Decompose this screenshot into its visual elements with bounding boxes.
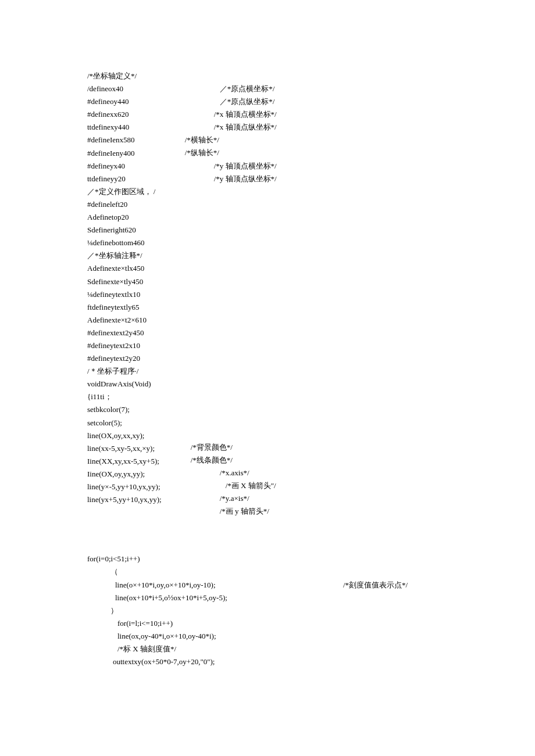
comment-line: /*y 轴顶点横坐标*/ [185,160,454,173]
comment-line: ／*原点横坐标*/ [185,83,454,95]
code-line: #defineIeny400 [87,147,162,160]
left-code-column: /*坐标轴定义*/ /defineox40 #defineoy440 #defi… [87,70,162,518]
code-line: for(i=0;i<51;i++) [87,553,454,565]
code-line: #definextext2y450 [87,327,162,339]
comment-line: /*画 y 轴箭头*/ [185,505,454,518]
code-line: #definexx620 [87,108,162,121]
bottom-code-block: for(i=0;i<51;i++) （ line(o×+10*i,oy,o×+1… [87,553,454,668]
code-line: Adefinexte×t2×610 [87,314,162,327]
code-line: ／*坐标轴注释*/ [87,249,162,262]
code-line: #defineIenx580 [87,134,162,146]
code-line: Adefinetop20 [87,211,162,224]
code-line: ⅛defineytextlx10 [87,288,162,301]
code-line: （ [87,565,454,578]
comment-line: /*刻度值值表示点*/ [343,579,408,592]
code-line: voidDrawAxis(Void) [87,378,162,390]
code-line: ） [87,604,454,617]
right-comment-column: ／*原点横坐标*/ ／*原点纵坐标*/ /*x 轴顶点横坐标*/ /*x 轴顶点… [185,70,454,518]
comment-line: /*背景颜色*/ [185,441,454,454]
code-line: #defineoy440 [87,95,162,108]
code-line: ttdefinexy440 [87,121,162,134]
code-line: line(ox+10*i+5,o½ox+10*i+5,oy-5); [87,592,454,604]
code-line: line(yx+5,yy+10,yx,yy); [87,493,162,506]
code-line: /＊坐标子程序·/ [87,365,162,378]
comment-line: /*x.axis*/ [185,467,454,479]
code-line: ／*定义作图区域， / [87,185,162,198]
code-line: for(i=l;i<=10;i++) [87,617,454,630]
code-line: /*标 X 轴刻度值*/ [87,643,454,655]
code-line: line(o×+10*i,oy,o×+10*i,oy-10); [87,579,216,592]
code-line: /*坐标轴定义*/ [87,70,162,83]
code-line: line(xx-5,xy-5,xx,×y); [87,442,162,455]
code-line: outtextxy(ox+50*0-7,oy+20,"0"); [87,655,454,668]
document-page: /*坐标轴定义*/ /defineox40 #defineoy440 #defi… [0,0,535,668]
code-line: line(ox,oy-40*i,o×+10,oy-40*i); [87,630,454,643]
comment-line: /*x 轴顶点纵坐标*/ [185,121,454,134]
comment-line: /*画 X 轴箭头″/ [185,479,454,492]
code-line: #defineleft20 [87,198,162,211]
comment-line: ／*原点纵坐标*/ [185,95,454,108]
code-line: setcolor(5); [87,417,162,429]
code-line: Sdefinexte×tly450 [87,275,162,288]
code-line: Sdefineright620 [87,224,162,237]
comment-line: /*横轴长*/ [185,134,454,146]
code-line: line(y×-5,yy+10,yx,yy); [87,481,162,493]
code-line: /defineox40 [87,83,162,95]
comment-line: /*x 轴顶点横坐标*/ [185,108,454,121]
code-line: Iine(XX,xy,xx-5,xy+5); [87,455,162,468]
code-line: line(OX,oy,xx,xy); [87,429,162,442]
code-line: ⅛definebottom460 [87,237,162,249]
code-line: {i11ti； [87,390,162,403]
code-line: ftdefineytextly65 [87,301,162,314]
code-line: setbkcolor(7); [87,403,162,416]
code-line: ttdefineyy20 [87,173,162,185]
top-two-column: /*坐标轴定义*/ /defineox40 #defineoy440 #defi… [87,70,454,518]
comment-line: /*纵轴长*/ [185,146,454,159]
comment-line: /*线条颜色*/ [185,454,454,467]
code-line: #defineytext2y20 [87,352,162,365]
comment-line: /*y.a×is*/ [185,492,454,505]
code-line: Adefinexte×tlx450 [87,262,162,275]
comment-line: /*y 轴顶点纵坐标*/ [185,173,454,185]
code-line: Iine(OX,oy,yx,yy); [87,468,162,481]
code-line: #defineytext2x10 [87,339,162,352]
code-line: #defineyx40 [87,160,162,173]
